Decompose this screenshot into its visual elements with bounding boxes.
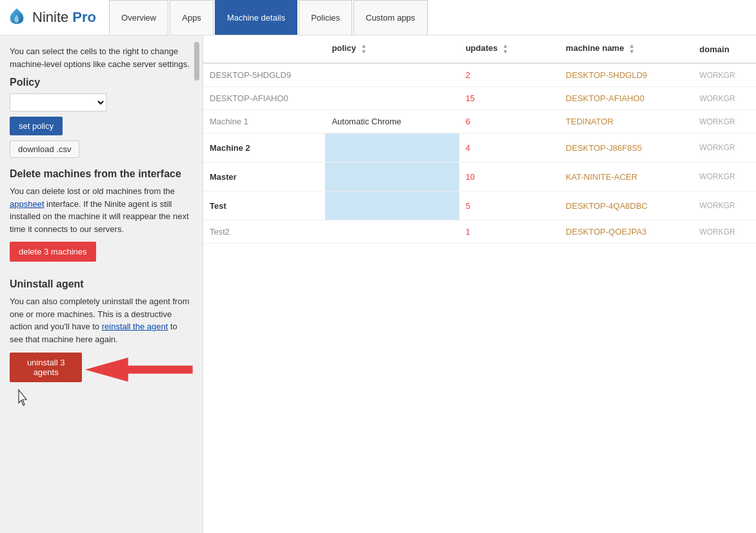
machine-name-cell[interactable]: DESKTOP-5HDGLD9 xyxy=(559,63,693,87)
col-machine-name[interactable]: machine name ▲▼ xyxy=(559,35,693,63)
updates-sort-icon[interactable]: ▲▼ xyxy=(502,43,508,55)
set-policy-button[interactable]: set policy xyxy=(10,117,63,135)
delete-machines-button[interactable]: delete 3 machines xyxy=(10,242,96,262)
table-row[interactable]: Machine 1Automatic Chrome6TEDINATORWORKG… xyxy=(203,110,756,133)
domain-cell: WORKGR xyxy=(693,133,756,162)
table-row[interactable]: DESKTOP-AFIAHO015DESKTOP-AFIAHO0WORKGR xyxy=(203,87,756,110)
tab-custom-apps[interactable]: Custom apps xyxy=(353,0,428,35)
arrow-container: uninstall 3 agents xyxy=(10,352,193,387)
domain-cell: WORKGR xyxy=(693,162,756,191)
tab-overview[interactable]: Overview xyxy=(109,0,168,35)
reinstall-link[interactable]: reinstall the agent xyxy=(102,322,168,331)
domain-cell: WORKGR xyxy=(693,110,756,133)
domain-cell: WORKGR xyxy=(693,87,756,110)
updates-cell: 2 xyxy=(459,63,559,87)
tab-policies[interactable]: Policies xyxy=(299,0,352,35)
uninstall-text: You can also completely uninstall the ag… xyxy=(10,295,193,345)
policy-select[interactable] xyxy=(10,93,106,111)
machines-table: policy ▲▼ updates ▲▼ machine name ▲▼ dom… xyxy=(203,35,756,244)
header: Ninite Pro Overview Apps Machine details… xyxy=(0,0,756,35)
logo-text: Ninite Pro xyxy=(32,9,96,26)
machine-cell: Master xyxy=(203,162,325,191)
table-row[interactable]: Test21DESKTOP-QOEJPA3WORKGR xyxy=(203,220,756,244)
machine-name-sort-icon[interactable]: ▲▼ xyxy=(629,43,635,55)
machine-cell: Machine 2 xyxy=(203,133,325,162)
updates-cell: 1 xyxy=(459,220,559,244)
cursor xyxy=(16,389,193,409)
sidebar: You can select the cells to the right to… xyxy=(0,35,203,533)
table-header-row: policy ▲▼ updates ▲▼ machine name ▲▼ dom… xyxy=(203,35,756,63)
tab-apps[interactable]: Apps xyxy=(170,0,214,35)
scrollbar[interactable] xyxy=(194,42,199,81)
policy-cell[interactable] xyxy=(325,63,459,87)
policy-cell[interactable] xyxy=(325,220,459,244)
machine-name-cell[interactable]: KAT-NINITE-ACER xyxy=(559,162,693,191)
policy-heading: Policy xyxy=(10,77,193,88)
uninstall-section: Uninstall agent You can also completely … xyxy=(10,278,193,409)
policy-cell[interactable] xyxy=(325,87,459,110)
updates-cell: 6 xyxy=(459,110,559,133)
machine-name-cell[interactable]: DESKTOP-4QA8DBC xyxy=(559,191,693,220)
col-machine xyxy=(203,35,325,63)
main-content: policy ▲▼ updates ▲▼ machine name ▲▼ dom… xyxy=(203,35,756,533)
delete-heading: Delete machines from the interface xyxy=(10,168,193,180)
policy-cell[interactable] xyxy=(325,162,459,191)
domain-cell: WORKGR xyxy=(693,63,756,87)
col-policy[interactable]: policy ▲▼ xyxy=(325,35,459,63)
policy-cell[interactable] xyxy=(325,133,459,162)
machine-cell: DESKTOP-5HDGLD9 xyxy=(203,63,325,87)
policy-select-wrap xyxy=(10,93,193,111)
table-row[interactable]: Master10KAT-NINITE-ACERWORKGR xyxy=(203,162,756,191)
uninstall-agents-button[interactable]: uninstall 3 agents xyxy=(10,353,82,382)
logo: Ninite Pro xyxy=(6,7,96,28)
delete-text: You can delete lost or old machines from… xyxy=(10,185,193,235)
layout: You can select the cells to the right to… xyxy=(0,35,756,533)
nav-tabs: Overview Apps Machine details Policies C… xyxy=(109,0,429,35)
machine-cell: Machine 1 xyxy=(203,110,325,133)
tab-machine-details[interactable]: Machine details xyxy=(215,0,297,35)
policy-cell[interactable] xyxy=(325,191,459,220)
updates-cell: 10 xyxy=(459,162,559,191)
appsheet-link[interactable]: appsheet xyxy=(10,199,45,209)
col-updates[interactable]: updates ▲▼ xyxy=(459,35,559,63)
svg-marker-0 xyxy=(85,358,193,382)
uninstall-heading: Uninstall agent xyxy=(10,278,193,290)
updates-cell: 4 xyxy=(459,133,559,162)
logo-icon xyxy=(6,7,27,28)
download-csv-button[interactable]: download .csv xyxy=(10,141,79,158)
machine-cell: Test xyxy=(203,191,325,220)
arrow-icon xyxy=(85,352,193,387)
table-row[interactable]: Machine 24DESKTOP-J86F8S5WORKGR xyxy=(203,133,756,162)
domain-cell: WORKGR xyxy=(693,220,756,244)
machine-name-cell[interactable]: DESKTOP-J86F8S5 xyxy=(559,133,693,162)
policy-sort-icon[interactable]: ▲▼ xyxy=(361,43,367,55)
table-row[interactable]: Test5DESKTOP-4QA8DBCWORKGR xyxy=(203,191,756,220)
updates-cell: 5 xyxy=(459,191,559,220)
updates-cell: 15 xyxy=(459,87,559,110)
machine-cell: DESKTOP-AFIAHO0 xyxy=(203,87,325,110)
table-row[interactable]: DESKTOP-5HDGLD92DESKTOP-5HDGLD9WORKGR xyxy=(203,63,756,87)
machine-cell: Test2 xyxy=(203,220,325,244)
col-domain: domain xyxy=(693,35,756,63)
sidebar-intro: You can select the cells to the right to… xyxy=(10,45,193,70)
machine-name-cell[interactable]: DESKTOP-AFIAHO0 xyxy=(559,87,693,110)
machine-name-cell[interactable]: TEDINATOR xyxy=(559,110,693,133)
machine-name-cell[interactable]: DESKTOP-QOEJPA3 xyxy=(559,220,693,244)
domain-cell: WORKGR xyxy=(693,191,756,220)
policy-cell[interactable]: Automatic Chrome xyxy=(325,110,459,133)
